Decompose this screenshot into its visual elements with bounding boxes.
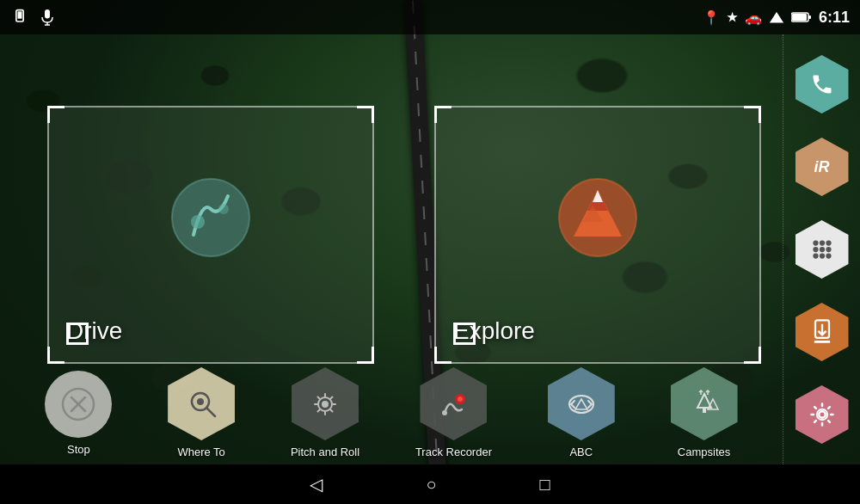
svg-point-18 <box>819 240 824 245</box>
where-to-label: Where To <box>177 446 224 458</box>
bracket-tl-explore <box>434 106 452 123</box>
svg-rect-8 <box>792 14 807 21</box>
status-left <box>10 8 57 27</box>
svg-marker-5 <box>769 11 784 23</box>
abc-button[interactable]: ABC <box>548 367 615 458</box>
explore-label: Explore <box>453 317 535 345</box>
svg-rect-45 <box>703 408 706 413</box>
campsites-label: Campsites <box>678 446 730 458</box>
svg-point-25 <box>826 253 831 258</box>
sidebar-ir[interactable]: iR <box>796 138 849 196</box>
svg-point-17 <box>813 240 818 245</box>
svg-rect-7 <box>808 15 811 19</box>
svg-rect-1 <box>18 11 22 18</box>
track-recorder-label: Track Recorder <box>415 446 492 458</box>
svg-point-22 <box>826 247 831 252</box>
recent-button[interactable]: □ <box>540 475 550 495</box>
campsites-button[interactable]: Campsites <box>671 367 738 458</box>
svg-point-21 <box>819 247 824 252</box>
stop-button[interactable]: Stop <box>45 371 112 456</box>
svg-marker-43 <box>575 399 587 409</box>
svg-point-11 <box>218 204 229 214</box>
car-icon: 🚗 <box>745 9 762 26</box>
svg-point-36 <box>197 398 204 405</box>
sidebar-download[interactable] <box>796 303 849 361</box>
svg-point-20 <box>813 247 818 252</box>
bracket-tr-explore <box>744 106 761 123</box>
svg-point-38 <box>322 401 329 408</box>
home-button[interactable]: ○ <box>426 475 436 495</box>
svg-line-35 <box>206 408 215 416</box>
bottom-toolbar: Stop Where To Pitch and Roll <box>0 361 783 464</box>
drive-label: Drive <box>66 317 122 345</box>
status-right: 📍 ★ 🚗 6:11 <box>703 9 850 27</box>
location-icon: 📍 <box>703 9 720 26</box>
sidebar-apps[interactable] <box>796 220 849 279</box>
back-button[interactable]: ◁ <box>310 474 322 495</box>
sidebar-phone[interactable] <box>796 55 849 114</box>
svg-rect-2 <box>45 9 50 19</box>
explore-card[interactable]: Explore <box>434 106 761 364</box>
explore-icon <box>555 175 641 261</box>
drive-icon <box>168 175 254 261</box>
clock: 6:11 <box>819 9 850 27</box>
mic-status-icon <box>38 8 57 27</box>
svg-point-9 <box>172 179 249 256</box>
stop-label: Stop <box>67 443 90 456</box>
abc-label: ABC <box>569 446 593 458</box>
bluetooth-icon: ★ <box>727 10 738 24</box>
svg-point-19 <box>826 240 831 245</box>
svg-point-23 <box>813 253 818 258</box>
signal-icon <box>769 11 784 23</box>
pitch-roll-label: Pitch and Roll <box>291 446 359 458</box>
phone-status-icon <box>10 8 29 27</box>
battery-icon <box>791 11 812 23</box>
bracket-tr-drive <box>357 106 374 123</box>
svg-point-29 <box>819 411 826 418</box>
svg-point-40 <box>458 396 463 402</box>
status-bar: 📍 ★ 🚗 6:11 <box>0 0 860 34</box>
right-sidebar: iR <box>783 34 860 464</box>
nav-bar: ◁ ○ □ <box>0 464 860 504</box>
where-to-button[interactable]: Where To <box>168 367 235 458</box>
bracket-tl-drive <box>47 106 64 123</box>
drive-card[interactable]: Drive <box>47 106 374 364</box>
svg-point-24 <box>819 253 824 258</box>
ir-label: iR <box>814 158 830 176</box>
svg-point-10 <box>191 215 205 229</box>
pitch-roll-button[interactable]: Pitch and Roll <box>291 367 359 458</box>
svg-point-41 <box>442 410 447 415</box>
track-recorder-button[interactable]: Track Recorder <box>415 367 492 458</box>
sidebar-settings[interactable] <box>796 385 849 444</box>
